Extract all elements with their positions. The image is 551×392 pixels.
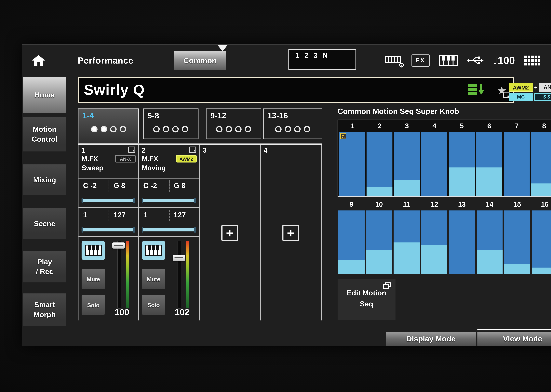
motion-seq-bar <box>338 210 364 274</box>
engine-badges: AWM2 + AN-X MC SSS <box>509 83 551 102</box>
dot-hollow <box>235 126 242 133</box>
level-meter <box>186 241 189 308</box>
sss-badge: SSS <box>534 93 551 101</box>
note-range-row[interactable]: C -2 G 8 <box>139 179 199 208</box>
part-tab-5-8[interactable]: 5-8 <box>143 108 199 139</box>
motion-seq-step: 13 <box>448 199 476 274</box>
part-controls: Mute Solo 102 <box>139 237 199 321</box>
motion-seq-step: 8 <box>530 120 551 196</box>
dot-hollow <box>172 126 179 133</box>
common-button[interactable]: Common <box>174 51 226 70</box>
page-title: Performance <box>78 56 133 66</box>
part-number: 4 <box>264 147 268 154</box>
velocity-range-slider[interactable] <box>81 228 135 231</box>
motion-seq-bar <box>421 210 447 274</box>
velocity-range-row[interactable]: 1 127 <box>139 208 199 237</box>
part-column-2[interactable]: 2 M.FX Moving AWM2 C -2 G 8 1 127 <box>139 145 200 321</box>
velocity-high: 127 <box>114 211 126 219</box>
part-name: Moving <box>142 164 166 172</box>
anx-badge: AN-X <box>539 83 551 92</box>
volume-fader-track[interactable] <box>117 241 121 309</box>
scene-indicator[interactable]: 1 2 3 N <box>288 49 356 70</box>
motion-seq-step: 4 <box>421 120 448 196</box>
step-number: 15 <box>503 199 531 210</box>
step-number: 9 <box>338 199 365 210</box>
sidebar-item-scene[interactable]: Scene <box>23 208 66 239</box>
keyboard-control-button[interactable] <box>81 241 105 260</box>
motion-seq-step: 9 <box>338 199 365 274</box>
favorite-star-icon[interactable]: ★ <box>497 84 507 97</box>
dot-hollow <box>119 126 126 133</box>
part-header: 1 M.FX Sweep AN-X <box>79 145 138 178</box>
scene-indicator-text: 1 2 3 N <box>295 51 329 59</box>
volume-fader-handle[interactable] <box>173 255 185 261</box>
part-status-dots <box>264 126 322 133</box>
mute-button[interactable]: Mute <box>142 269 165 289</box>
part-tab-9-12[interactable]: 9-12 <box>206 108 261 139</box>
device-bezel: Performance Common 1 2 3 N ⚙ FX <box>0 0 551 392</box>
volume-fader-track[interactable] <box>178 241 181 309</box>
motion-seq-chart-steps-9-16: 910111213141516 <box>338 199 551 274</box>
dot-hollow <box>110 126 116 133</box>
keyboard-icon[interactable] <box>439 55 458 66</box>
view-mode-button[interactable]: View Mode <box>477 332 551 346</box>
dot-filled <box>100 126 107 133</box>
quarter-note-icon: ♩ <box>493 55 498 67</box>
edit-motion-seq-button[interactable]: Edit Motion Seq <box>338 279 396 320</box>
display-mode-button[interactable]: Display Mode <box>386 332 476 346</box>
motion-seq-step: 7 <box>503 120 530 196</box>
note-range-slider[interactable] <box>142 199 196 202</box>
part-status-dots <box>207 126 261 133</box>
part-controls: Mute Solo 100 <box>79 237 138 321</box>
add-part-button[interactable]: + <box>282 224 299 241</box>
step-number: 10 <box>365 199 393 210</box>
volume-fader-handle[interactable] <box>112 242 125 248</box>
note-range-slider[interactable] <box>81 199 135 202</box>
motion-seq-step: 10 <box>365 199 393 274</box>
part-status-dots <box>79 126 138 133</box>
step-number: 8 <box>530 120 551 132</box>
part-tab-1-4[interactable]: 1-4 <box>78 108 139 143</box>
motion-seq-step: 3 <box>393 120 421 196</box>
dot-hollow <box>182 126 188 133</box>
solo-button[interactable]: Solo <box>81 295 105 315</box>
awm2-badge: AWM2 <box>509 83 533 92</box>
step-number: 12 <box>420 199 448 210</box>
gear-icon[interactable]: ⚙ <box>550 54 551 67</box>
part-number: 3 <box>203 147 207 154</box>
velocity-range-row[interactable]: 1 127 <box>79 208 138 237</box>
category-list-icon[interactable] <box>468 83 486 98</box>
live-set-grid-icon[interactable] <box>524 55 541 66</box>
sidebar-item-home[interactable]: Home <box>23 77 66 113</box>
part-column-1[interactable]: 1 M.FX Sweep AN-X C -2 G 8 1 127 <box>78 145 139 321</box>
motion-seq-bar <box>504 210 530 274</box>
keyboard-control-button[interactable] <box>142 241 165 260</box>
solo-button[interactable]: Solo <box>142 295 165 315</box>
note-range-row[interactable]: C -2 G 8 <box>79 179 138 208</box>
motion-seq-title: Common Motion Seq Super Knob <box>338 107 459 116</box>
tempo-display[interactable]: ♩100 <box>493 54 515 67</box>
sidebar-item-smart-morph[interactable]: Smart Morph <box>23 294 66 326</box>
home-icon[interactable] <box>31 53 46 68</box>
view-mode-indicator-line <box>477 329 551 330</box>
sequencer-settings-icon[interactable]: ⚙ <box>385 55 402 66</box>
mute-button[interactable]: Mute <box>81 269 105 289</box>
part-tab-13-16[interactable]: 13-16 <box>263 108 322 139</box>
motion-seq-chart-steps-1-8: 1C2345678 <box>338 119 551 197</box>
motion-seq-bar <box>477 210 503 274</box>
sidebar-item-play-rec[interactable]: Play / Rec <box>23 251 66 282</box>
step-number: 14 <box>476 199 503 210</box>
motion-seq-bar <box>531 132 551 196</box>
motion-seq-step: 1C <box>338 120 366 196</box>
motion-seq-step: 6 <box>476 120 503 196</box>
plus-icon: + <box>226 225 234 240</box>
usb-icon[interactable] <box>467 56 484 65</box>
sidebar-item-motion-control[interactable]: Motion Control <box>23 117 66 152</box>
sidebar-item-mixing[interactable]: Mixing <box>23 164 66 195</box>
dot-hollow <box>153 126 160 133</box>
step-number: 13 <box>448 199 476 210</box>
velocity-range-slider[interactable] <box>142 228 196 231</box>
fx-icon[interactable]: FX <box>411 54 430 67</box>
add-part-button[interactable]: + <box>221 224 238 241</box>
performance-name-bar[interactable]: Swirly Q ★ <box>78 77 514 103</box>
